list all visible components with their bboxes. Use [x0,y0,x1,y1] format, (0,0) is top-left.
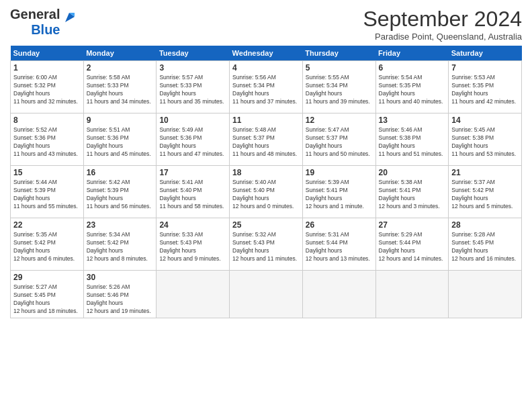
month-title: September 2024 [363,7,522,32]
day-detail: Sunrise: 5:33 AMSunset: 5:43 PMDaylight … [159,231,226,263]
logo-blue: Blue [31,22,60,38]
day-number: 9 [87,116,154,125]
table-row: 15Sunrise: 5:44 AMSunset: 5:39 PMDayligh… [11,166,84,218]
header: General Blue September 2024 Paradise Poi… [10,7,522,42]
table-row: 13Sunrise: 5:46 AMSunset: 5:38 PMDayligh… [375,113,449,166]
title-block: September 2024 Paradise Point, Queenslan… [363,7,522,42]
day-detail: Sunrise: 5:45 AMSunset: 5:38 PMDaylight … [451,126,519,158]
table-row: 16Sunrise: 5:42 AMSunset: 5:39 PMDayligh… [83,166,157,218]
table-row: 10Sunrise: 5:49 AMSunset: 5:36 PMDayligh… [157,113,230,166]
table-row: 8Sunrise: 5:52 AMSunset: 5:36 PMDaylight… [11,113,84,166]
day-number: 4 [232,63,300,73]
day-detail: Sunrise: 6:00 AMSunset: 5:32 PMDaylight … [13,74,81,106]
day-detail: Sunrise: 5:48 AMSunset: 5:37 PMDaylight … [232,126,300,158]
table-row: 21Sunrise: 5:37 AMSunset: 5:42 PMDayligh… [449,166,522,218]
table-row: 2Sunrise: 5:58 AMSunset: 5:33 PMDaylight… [83,61,157,113]
table-row: 20Sunrise: 5:38 AMSunset: 5:41 PMDayligh… [375,166,449,218]
day-detail: Sunrise: 5:29 AMSunset: 5:44 PMDaylight … [379,231,446,263]
day-number: 18 [232,168,300,177]
day-number: 10 [159,116,226,125]
table-row: 28Sunrise: 5:28 AMSunset: 5:45 PMDayligh… [449,218,522,271]
table-row [157,271,230,318]
day-detail: Sunrise: 5:46 AMSunset: 5:38 PMDaylight … [379,126,446,158]
day-detail: Sunrise: 5:53 AMSunset: 5:35 PMDaylight … [451,74,519,106]
logo: General Blue [10,7,77,38]
table-row: 11Sunrise: 5:48 AMSunset: 5:37 PMDayligh… [230,113,303,166]
day-number: 28 [451,220,519,230]
col-wednesday: Wednesday [230,46,303,61]
table-row: 22Sunrise: 5:35 AMSunset: 5:42 PMDayligh… [11,218,84,271]
table-row: 26Sunrise: 5:31 AMSunset: 5:44 PMDayligh… [302,218,375,271]
day-number: 1 [13,63,81,73]
day-detail: Sunrise: 5:42 AMSunset: 5:39 PMDaylight … [87,179,154,211]
day-detail: Sunrise: 5:58 AMSunset: 5:33 PMDaylight … [87,74,154,106]
day-detail: Sunrise: 5:37 AMSunset: 5:42 PMDaylight … [451,179,519,211]
day-number: 11 [232,116,300,125]
day-number: 27 [379,220,446,230]
logo-icon [62,10,77,28]
day-number: 13 [379,116,446,125]
table-row: 18Sunrise: 5:40 AMSunset: 5:40 PMDayligh… [230,166,303,218]
table-row: 4Sunrise: 5:56 AMSunset: 5:34 PMDaylight… [230,61,303,113]
table-row: 19Sunrise: 5:39 AMSunset: 5:41 PMDayligh… [302,166,375,218]
day-number: 5 [306,63,373,73]
table-row: 3Sunrise: 5:57 AMSunset: 5:33 PMDaylight… [157,61,230,113]
day-detail: Sunrise: 5:38 AMSunset: 5:41 PMDaylight … [379,179,446,211]
day-number: 2 [87,63,154,73]
table-row: 29Sunrise: 5:27 AMSunset: 5:45 PMDayligh… [11,271,84,318]
table-row: 30Sunrise: 5:26 AMSunset: 5:46 PMDayligh… [83,271,157,318]
table-row: 25Sunrise: 5:32 AMSunset: 5:43 PMDayligh… [230,218,303,271]
day-number: 24 [159,220,226,230]
table-row [449,271,522,318]
page: General Blue September 2024 Paradise Poi… [0,0,532,411]
day-number: 7 [451,63,519,73]
day-detail: Sunrise: 5:49 AMSunset: 5:36 PMDaylight … [159,126,226,158]
col-thursday: Thursday [302,46,375,61]
day-detail: Sunrise: 5:47 AMSunset: 5:37 PMDaylight … [306,126,373,158]
table-row [302,271,375,318]
col-monday: Monday [83,46,157,61]
day-detail: Sunrise: 5:34 AMSunset: 5:42 PMDaylight … [87,231,154,263]
day-number: 15 [13,168,81,177]
day-detail: Sunrise: 5:26 AMSunset: 5:46 PMDaylight … [87,283,154,316]
table-row: 5Sunrise: 5:55 AMSunset: 5:34 PMDaylight… [302,61,375,113]
day-detail: Sunrise: 5:52 AMSunset: 5:36 PMDaylight … [13,126,81,158]
table-row: 6Sunrise: 5:54 AMSunset: 5:35 PMDaylight… [375,61,449,113]
table-row: 24Sunrise: 5:33 AMSunset: 5:43 PMDayligh… [157,218,230,271]
day-number: 16 [87,168,154,177]
day-number: 20 [379,168,446,177]
day-detail: Sunrise: 5:57 AMSunset: 5:33 PMDaylight … [159,74,226,106]
day-number: 29 [13,273,81,282]
day-number: 12 [306,116,373,125]
day-detail: Sunrise: 5:41 AMSunset: 5:40 PMDaylight … [159,179,226,211]
table-row: 1Sunrise: 6:00 AMSunset: 5:32 PMDaylight… [11,61,84,113]
col-saturday: Saturday [449,46,522,61]
day-number: 30 [87,273,154,282]
day-number: 21 [451,168,519,177]
day-detail: Sunrise: 5:27 AMSunset: 5:45 PMDaylight … [13,283,81,316]
day-detail: Sunrise: 5:39 AMSunset: 5:41 PMDaylight … [306,179,373,211]
table-row [230,271,303,318]
day-number: 26 [306,220,373,230]
calendar-table: Sunday Monday Tuesday Wednesday Thursday… [10,46,522,318]
day-detail: Sunrise: 5:56 AMSunset: 5:34 PMDaylight … [232,74,300,106]
table-row: 9Sunrise: 5:51 AMSunset: 5:36 PMDaylight… [83,113,157,166]
day-number: 17 [159,168,226,177]
day-number: 3 [159,63,226,73]
table-row [375,271,449,318]
day-detail: Sunrise: 5:31 AMSunset: 5:44 PMDaylight … [306,231,373,263]
table-row: 7Sunrise: 5:53 AMSunset: 5:35 PMDaylight… [449,61,522,113]
table-row: 23Sunrise: 5:34 AMSunset: 5:42 PMDayligh… [83,218,157,271]
day-detail: Sunrise: 5:55 AMSunset: 5:34 PMDaylight … [306,74,373,106]
header-row: Sunday Monday Tuesday Wednesday Thursday… [11,46,522,61]
day-number: 8 [13,116,81,125]
col-friday: Friday [375,46,449,61]
table-row: 17Sunrise: 5:41 AMSunset: 5:40 PMDayligh… [157,166,230,218]
day-number: 19 [306,168,373,177]
day-detail: Sunrise: 5:28 AMSunset: 5:45 PMDaylight … [451,231,519,263]
day-number: 23 [87,220,154,230]
col-sunday: Sunday [11,46,84,61]
day-number: 22 [13,220,81,230]
day-detail: Sunrise: 5:35 AMSunset: 5:42 PMDaylight … [13,231,81,263]
logo-general: General [10,7,60,22]
